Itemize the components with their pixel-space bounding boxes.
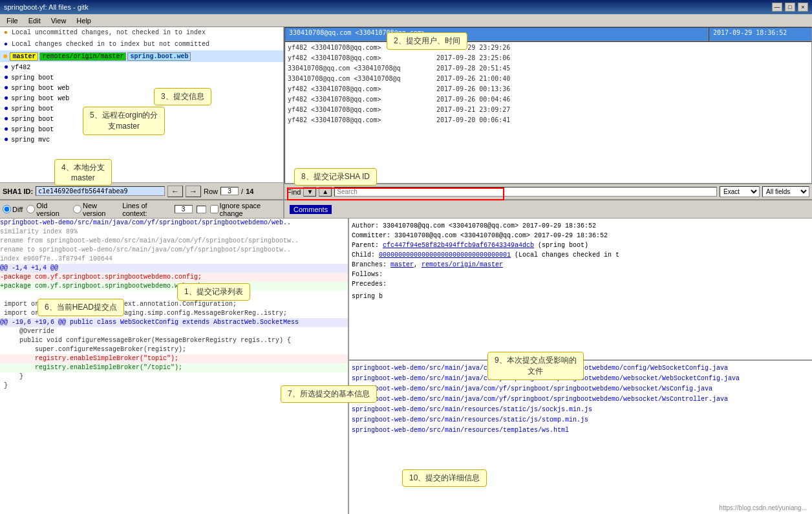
history-date-2: 2017-09-28 20:51:45 bbox=[436, 65, 510, 72]
titlebar: springboot-yf: All files - gitk — □ × bbox=[0, 0, 812, 14]
commit-row-6[interactable]: ● spring boot bbox=[0, 124, 283, 134]
nav-next-button[interactable]: → bbox=[186, 186, 201, 197]
commit-row-master[interactable]: ● master remotes/origin/master spring.bo… bbox=[0, 50, 283, 62]
commit-row-3[interactable]: ● spring boot web bbox=[0, 93, 283, 103]
history-author-4: yf482 <330410708@qq.com> bbox=[288, 85, 436, 92]
diff-radio[interactable] bbox=[3, 205, 11, 213]
commit-label-4: spring boot bbox=[11, 105, 54, 112]
close-button[interactable]: × bbox=[798, 3, 808, 12]
find-up-button[interactable]: ▲ bbox=[319, 187, 332, 197]
fields-select[interactable]: All fieldsHeadlineCommentsAuthorCommitte… bbox=[762, 186, 809, 197]
old-version-radio-label: Old version bbox=[27, 202, 69, 217]
sha1-input[interactable] bbox=[36, 186, 165, 196]
menu-file[interactable]: File bbox=[4, 16, 21, 25]
commit-label-5: spring boot bbox=[11, 116, 54, 123]
history-row-3[interactable]: 330410708@qq.com <330410708@q 2017-09-26… bbox=[285, 73, 811, 83]
file-item-3[interactable]: springboot-web-demo/src/main/java/com/yf… bbox=[352, 394, 809, 405]
minimize-button[interactable]: — bbox=[772, 3, 782, 12]
dot-6: ● bbox=[4, 125, 8, 134]
graph-spacer bbox=[0, 145, 283, 182]
history-author-7: yf482 <330410708@qq.com> bbox=[288, 116, 436, 123]
history-date-7: 2017-09-20 00:06:41 bbox=[436, 116, 510, 123]
history-author-3: 330410708@qq.com <330410708@q bbox=[288, 75, 436, 82]
date-field: 2017-09-29 18:36:52 bbox=[709, 27, 812, 41]
branch-master-link[interactable]: master bbox=[390, 261, 414, 268]
history-row-1[interactable]: yf482 <330410708@qq.com> 2017-09-28 23:2… bbox=[285, 52, 811, 63]
file-item-4[interactable]: springboot-web-demo/src/main/resources/s… bbox=[352, 405, 809, 415]
diff-line-17: } bbox=[0, 372, 348, 381]
dot-4: ● bbox=[4, 104, 8, 113]
dot-2: ● bbox=[4, 83, 8, 92]
commit-row-1[interactable]: ● spring boot bbox=[0, 72, 283, 83]
file-item-6[interactable]: springboot-web-demo/src/main/resources/t… bbox=[352, 425, 809, 436]
of-label: / bbox=[241, 187, 243, 195]
window-controls: — □ × bbox=[772, 3, 808, 12]
commit-row-5[interactable]: ● spring boot bbox=[0, 114, 283, 124]
commit-label-0: yf482 bbox=[11, 64, 30, 71]
commit-row-0[interactable]: ● yf482 bbox=[0, 62, 283, 72]
child-link[interactable]: 0000000000000000000000000000000001 bbox=[379, 252, 511, 259]
menu-help[interactable]: Help bbox=[74, 16, 94, 25]
commit-row-4[interactable]: ● spring boot bbox=[0, 103, 283, 114]
commit-label-3: spring boot web bbox=[11, 95, 69, 102]
diff-line-16: registry.enableSimpleBroker("/topic"); bbox=[0, 363, 348, 372]
history-row-7[interactable]: yf482 <330410708@qq.com> 2017-09-20 00:0… bbox=[285, 114, 811, 125]
context-spinner[interactable] bbox=[197, 206, 206, 213]
tag-remotes-origin-master: remotes/origin/master bbox=[39, 52, 126, 61]
history-row-4[interactable]: yf482 <330410708@qq.com> 2017-09-26 00:1… bbox=[285, 83, 811, 94]
history-row-5[interactable]: yf482 <330410708@qq.com> 2017-09-26 00:0… bbox=[285, 94, 811, 104]
diff-line-9: import org.springframework.context.annot… bbox=[0, 300, 348, 309]
author-date-row: 330410708@qq.com <330410708@qq.com> 2017… bbox=[284, 27, 812, 41]
history-row-2[interactable]: 330410708@qq.com <330410708@q 2017-09-28… bbox=[285, 63, 811, 73]
file-item-1[interactable]: springboot-web-demo/src/main/java/com/yf… bbox=[352, 374, 809, 384]
diff-line-13: public void configureMessageBroker(Messa… bbox=[0, 336, 348, 345]
file-item-2[interactable]: springboot-web-demo/src/main/java/com/yf… bbox=[352, 384, 809, 394]
commit-author-line: Author: 330410708@qq.com <330410708@qq.c… bbox=[352, 221, 809, 231]
history-author-6: yf482 <330410708@qq.com> bbox=[288, 106, 436, 113]
uncommitted-row-1: ● Local uncommitted changes, not checked… bbox=[0, 27, 283, 39]
history-row-0[interactable]: yf482 <330410708@qq.com> 2017-09-29 23:2… bbox=[285, 42, 811, 52]
search-input[interactable] bbox=[334, 187, 717, 197]
dot-7: ● bbox=[4, 135, 8, 144]
window-title: springboot-yf: All files - gitk bbox=[4, 3, 89, 11]
old-version-radio[interactable] bbox=[27, 205, 35, 213]
history-row-6[interactable]: yf482 <330410708@qq.com> 2017-09-21 23:0… bbox=[285, 104, 811, 114]
commit-row-2[interactable]: ● spring boot web bbox=[0, 83, 283, 93]
exact-select[interactable]: ExactIgnCaseRegexp bbox=[720, 186, 760, 197]
context-input[interactable] bbox=[175, 205, 193, 213]
sha1-bar: SHA1 ID: ← → Row / 14 bbox=[0, 182, 283, 199]
commit-committer-line: Committer: 330410708@qq.com <330410708@q… bbox=[352, 231, 809, 241]
menu-view[interactable]: View bbox=[48, 16, 69, 25]
files-list-panel[interactable]: springboot-web-demo/src/main/java/com/yf… bbox=[349, 361, 812, 514]
diff-line-7: +package com.yf.springboot.springbootweb… bbox=[0, 282, 348, 291]
dot-5: ● bbox=[4, 114, 8, 123]
commit-row-7[interactable]: ● spring mvc bbox=[0, 134, 283, 145]
nav-prev-button[interactable]: ← bbox=[167, 186, 183, 197]
parent-link[interactable]: cfc447f94e58f82b494ffcb9af67643349a4dcb bbox=[383, 242, 534, 249]
history-author-0: yf482 <330410708@qq.com> bbox=[288, 44, 436, 51]
file-item-0[interactable]: springboot-web-demo/src/main/java/com/yf… bbox=[352, 363, 809, 374]
diff-panel[interactable]: springboot-web-demo/src/main/java/com/yf… bbox=[0, 219, 349, 514]
diff-line-2: rename from springboot-web-demo/src/main… bbox=[0, 237, 348, 246]
file-item-5[interactable]: springboot-web-demo/src/main/resources/s… bbox=[352, 415, 809, 425]
row-input[interactable] bbox=[220, 187, 239, 195]
commit-label-6: spring boot bbox=[11, 126, 54, 133]
maximize-button[interactable]: □ bbox=[785, 3, 795, 12]
dot-1: ● bbox=[4, 73, 8, 82]
history-date-5: 2017-09-26 00:04:46 bbox=[436, 96, 510, 103]
commit-branches-line: Branches: master, remotes/origin/master bbox=[352, 260, 809, 270]
new-version-radio[interactable] bbox=[73, 205, 81, 213]
diff-line-0: springboot-web-demo/src/main/java/com/yf… bbox=[0, 219, 348, 228]
menubar: File Edit View Help bbox=[0, 14, 812, 27]
dot-master: ● bbox=[3, 51, 8, 61]
search-bar: Find ▼ ▲ ExactIgnCaseRegexp All fieldsHe… bbox=[284, 184, 812, 199]
ignore-space-checkbox[interactable] bbox=[210, 205, 219, 213]
menu-edit[interactable]: Edit bbox=[26, 16, 43, 25]
commit-message: spring b bbox=[352, 292, 809, 301]
diff-line-4: index e960f7e..3f8794f 100644 bbox=[0, 255, 348, 264]
history-author-1: yf482 <330410708@qq.com> bbox=[288, 54, 436, 61]
commit-child-line: Child: 000000000000000000000000000000000… bbox=[352, 250, 809, 260]
diff-options-bar: Diff Old version New version Lines of co… bbox=[0, 200, 284, 218]
branch-remotes-link[interactable]: remotes/origin/master bbox=[422, 261, 503, 268]
find-down-button[interactable]: ▼ bbox=[303, 187, 316, 197]
